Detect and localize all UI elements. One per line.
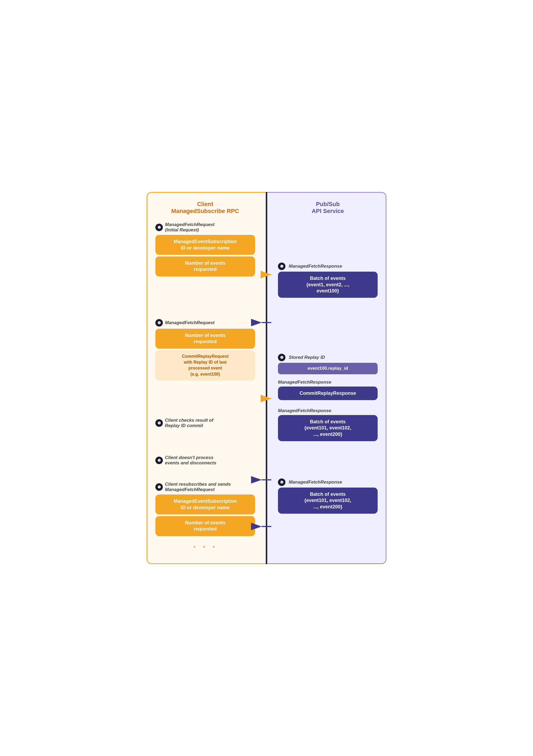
step-8-container: ❽ ManagedFetchResponse Batch of events{e… bbox=[278, 478, 378, 514]
step-3-label: ❸ ManagedFetchRequest bbox=[155, 319, 255, 327]
step-6-text: Client doesn't processevents and disconn… bbox=[165, 455, 216, 466]
step-1-container: ❶ ManagedFetchRequest (Initial Request) … bbox=[155, 222, 255, 277]
step-3-circle: ❸ bbox=[155, 319, 163, 327]
step-8-label-wrap: ❽ ManagedFetchResponse bbox=[278, 478, 378, 486]
right-panel: Pub/Sub API Service ❷ ManagedFetchRespon… bbox=[267, 192, 386, 564]
step-4-container: ❹ Stored Replay ID event100.replay_id bbox=[278, 354, 378, 374]
left-header: Client ManagedSubscribe RPC bbox=[155, 201, 255, 215]
step-4-circle: ❹ bbox=[278, 354, 285, 361]
right-header-line1: Pub/Sub bbox=[278, 201, 378, 208]
step-6-label: ❻ Client doesn't processevents and disco… bbox=[155, 455, 255, 466]
step-2-container: ❷ ManagedFetchResponse Batch of events{e… bbox=[278, 262, 378, 298]
step-2-circle: ❷ bbox=[278, 262, 285, 270]
step-4-label-wrap: ❹ Stored Replay ID bbox=[278, 354, 378, 361]
step-3-box2: CommitReplayRequestwith Replay ID of las… bbox=[155, 350, 255, 381]
step-5-container: ❺ Client checks result ofReplay ID commi… bbox=[155, 418, 255, 428]
step-1-box1: ManagedEventSubscriptionID or developer … bbox=[155, 235, 255, 255]
left-header-line1: Client bbox=[155, 201, 255, 208]
step-6-right-label: ManagedFetchResponse bbox=[278, 408, 378, 414]
step-8-box: Batch of events{event101, event102,..., … bbox=[278, 488, 378, 514]
step-5-circle: ❺ bbox=[155, 419, 163, 427]
step-4-box: event100.replay_id bbox=[278, 363, 378, 374]
step-7-box1: ManagedEventSubscriptionID or developer … bbox=[155, 495, 255, 515]
step-6-right-container: ManagedFetchResponse Batch of events{eve… bbox=[278, 408, 378, 441]
step-5-right-container: ManagedFetchResponse CommitReplayRespons… bbox=[278, 380, 378, 400]
step-1-box2: Number of eventsrequested bbox=[155, 256, 255, 277]
step-8-circle: ❽ bbox=[278, 478, 285, 486]
step-7-circle: ❼ bbox=[155, 483, 163, 491]
step-1-text: ManagedFetchRequest (Initial Request) bbox=[165, 222, 215, 233]
step-3-text: ManagedFetchRequest bbox=[165, 320, 215, 326]
right-header: Pub/Sub API Service bbox=[278, 201, 378, 215]
step-5-text: Client checks result ofReplay ID commit bbox=[165, 418, 213, 428]
step-3-container: ❸ ManagedFetchRequest Number of eventsre… bbox=[155, 319, 255, 380]
left-header-line2: ManagedSubscribe RPC bbox=[155, 208, 255, 215]
step-8-text: ManagedFetchResponse bbox=[289, 479, 342, 485]
left-panel: Client ManagedSubscribe RPC ❶ ManagedFet… bbox=[147, 192, 267, 564]
step-3-box1: Number of eventsrequested bbox=[155, 329, 255, 349]
step-5-right-label: ManagedFetchResponse bbox=[278, 380, 378, 385]
step-4-text: Stored Replay ID bbox=[289, 355, 325, 360]
step-2-text: ManagedFetchResponse bbox=[289, 264, 342, 269]
step-7-text: Client resubscribes and sendsManagedFetc… bbox=[165, 482, 231, 492]
step-1-circle: ❶ bbox=[155, 224, 163, 231]
step-7-container: ❼ Client resubscribes and sendsManagedFe… bbox=[155, 482, 255, 536]
dots: · · · bbox=[155, 541, 255, 553]
step-5-label: ❺ Client checks result ofReplay ID commi… bbox=[155, 418, 255, 428]
center-divider bbox=[266, 192, 267, 564]
right-header-line2: API Service bbox=[278, 208, 378, 215]
step-7-label: ❼ Client resubscribes and sendsManagedFe… bbox=[155, 482, 255, 492]
step-7-box2: Number of eventsrequested bbox=[155, 516, 255, 536]
step-2-label-wrap: ❷ ManagedFetchResponse bbox=[278, 262, 378, 270]
step-5-right-box: CommitReplayResponse bbox=[278, 387, 378, 400]
step-6-container: ❻ Client doesn't processevents and disco… bbox=[155, 455, 255, 466]
step-2-box: Batch of events{event1, event2, ...,even… bbox=[278, 272, 378, 298]
diagram-wrapper: Client ManagedSubscribe RPC ❶ ManagedFet… bbox=[147, 192, 386, 564]
step-6-right-box: Batch of events{event101, event102,..., … bbox=[278, 415, 378, 441]
step-1-label: ❶ ManagedFetchRequest (Initial Request) bbox=[155, 222, 255, 233]
step-6-circle: ❻ bbox=[155, 457, 163, 464]
